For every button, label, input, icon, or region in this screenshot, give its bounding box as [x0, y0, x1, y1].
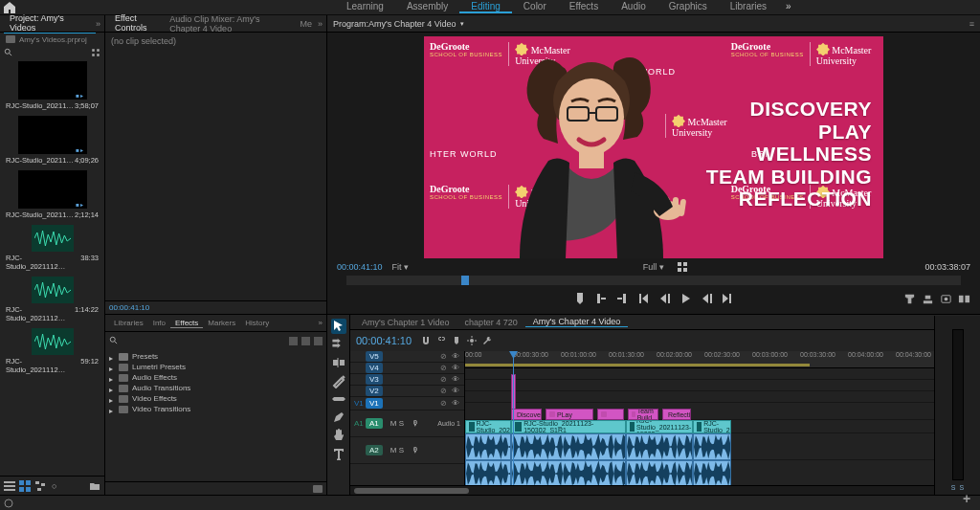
workspace-learning[interactable]: Learning — [335, 1, 395, 13]
mic-icon[interactable]: 🎙 — [412, 419, 419, 428]
icon-view-icon[interactable] — [19, 480, 31, 492]
mark-in-icon[interactable] — [594, 292, 608, 305]
zoom-slider-handle[interactable]: ○ — [52, 481, 56, 491]
play-icon[interactable] — [679, 292, 692, 305]
mark-out-icon[interactable] — [615, 292, 629, 305]
effects-folder[interactable]: ▸Audio Transitions — [109, 383, 323, 393]
audio-clip[interactable] — [693, 433, 731, 460]
fit-dropdown[interactable]: Fit ▾ — [392, 262, 410, 272]
graphics-clip[interactable]: Team Build — [628, 409, 658, 420]
audio-clip[interactable] — [626, 433, 693, 460]
zoom-dropdown[interactable]: Full ▾ — [643, 262, 664, 272]
extract-icon[interactable] — [922, 293, 934, 305]
tab-libraries[interactable]: Libraries — [109, 319, 148, 327]
program-scrubber[interactable] — [346, 276, 961, 285]
playhead-icon[interactable] — [461, 276, 469, 285]
audio-clip[interactable] — [465, 460, 511, 485]
mute-icon[interactable]: ⊘ — [440, 352, 449, 361]
pen-tool-icon[interactable] — [331, 410, 346, 425]
tab-audio-clip-mixer[interactable]: Audio Clip Mixer: Amy's Chapter 4 Video — [164, 14, 294, 33]
video-clip[interactable]: RJC-Studio_2 — [693, 420, 731, 433]
32bit-icon[interactable] — [301, 337, 310, 345]
playhead[interactable] — [513, 351, 514, 485]
video-clip[interactable]: RJC-Studio_202 — [465, 420, 511, 433]
add-marker-icon[interactable] — [573, 292, 587, 305]
bin-item[interactable]: RJC-Studio_2021112…1:14:22 — [4, 277, 100, 322]
tab-effect-controls[interactable]: Effect Controls — [109, 13, 164, 33]
wrench-icon[interactable] — [482, 336, 492, 345]
sequence-tab[interactable]: chapter 4 720 — [457, 318, 525, 327]
scrollbar-thumb[interactable] — [354, 488, 469, 494]
video-clip[interactable]: RJC-Studio_20211123-15030 — [626, 420, 693, 433]
snap-icon[interactable] — [421, 336, 431, 345]
effects-search[interactable] — [109, 334, 323, 347]
program-panel-menu[interactable]: ≡ — [969, 19, 974, 29]
track-a2[interactable] — [465, 460, 980, 485]
program-monitor-frame[interactable]: DeGrooteSchool of Business McMasterUnive… — [424, 36, 883, 258]
marker-icon[interactable] — [452, 336, 461, 345]
tab-markers[interactable]: Markers — [203, 319, 240, 327]
workspace-color[interactable]: Color — [512, 1, 558, 13]
graphics-clip[interactable]: PLay — [546, 409, 593, 420]
tab-effects-browser[interactable]: Effects — [170, 319, 203, 328]
bin-item[interactable]: ■ ▸ RJC-Studio_20211…4;09;26 — [4, 116, 100, 165]
hand-tool-icon[interactable] — [331, 428, 346, 443]
mic-icon[interactable]: 🎙 — [412, 446, 419, 455]
workspace-editing[interactable]: Editing — [459, 1, 512, 13]
track-v1[interactable]: RJC-Studio_202RJC-Studio_20211123-150302… — [465, 420, 980, 433]
tab-history[interactable]: History — [240, 319, 274, 327]
track-header-v2[interactable]: V2⊘👁 — [350, 386, 464, 397]
graphics-clip[interactable] — [597, 409, 624, 420]
timeline-ruler-area[interactable]: 00:0000:00:30:0000:01:00:0000:01:30:0000… — [465, 351, 980, 485]
effects-tree[interactable]: ▸Presets ▸Lumetri Presets ▸Audio Effects… — [109, 347, 323, 414]
tab-info[interactable]: Info — [148, 319, 170, 327]
ripple-edit-tool-icon[interactable] — [331, 355, 346, 370]
export-frame-icon[interactable] — [940, 293, 952, 305]
solo-left[interactable]: S — [951, 484, 956, 491]
workspace-effects[interactable]: Effects — [558, 1, 610, 13]
track-header-a1[interactable]: A1A1M S🎙Audio 1 — [350, 410, 464, 437]
track-v3[interactable] — [465, 391, 980, 403]
yuv-icon[interactable] — [314, 337, 323, 345]
comparison-view-icon[interactable] — [958, 293, 970, 305]
audio-clip[interactable] — [626, 460, 693, 485]
bin-item[interactable]: ■ ▸ RJC-Studio_20211…3;58;07 — [4, 61, 100, 110]
bin-item[interactable]: RJC-Studio_2021112…38:33 — [4, 225, 100, 271]
fx-overflow[interactable]: » — [319, 319, 323, 327]
step-back-icon[interactable] — [657, 292, 671, 305]
workspace-overflow[interactable]: » — [778, 1, 799, 13]
video-clip[interactable]: RJC-Studio_20211123-150302_S1R1 — [511, 420, 626, 433]
bin-item[interactable]: ■ ▸ RJC-Studio_20211…2;12;14 — [4, 170, 100, 219]
track-header-a2[interactable]: A2M S🎙 — [350, 437, 464, 464]
bin-item[interactable]: RJC-Studio_2021112…59:12 — [4, 328, 100, 374]
workspace-graphics[interactable]: Graphics — [657, 1, 719, 13]
workspace-assembly[interactable]: Assembly — [395, 1, 459, 13]
audio-clip[interactable] — [693, 460, 731, 485]
workspace-libraries[interactable]: Libraries — [719, 1, 778, 13]
eye-icon[interactable]: 👁 — [452, 352, 460, 361]
graphics-clip[interactable]: Discovery — [511, 409, 542, 420]
slip-tool-icon[interactable] — [331, 391, 346, 407]
settings-icon[interactable] — [467, 336, 477, 345]
effects-folder[interactable]: ▸Lumetri Presets — [109, 362, 323, 372]
lift-icon[interactable] — [903, 293, 916, 305]
sequence-tab[interactable]: Amy's Chapter 4 Video — [525, 317, 629, 327]
ec-overflow[interactable]: » — [318, 19, 323, 29]
new-bin-icon[interactable] — [89, 480, 100, 492]
time-ruler[interactable]: 00:0000:00:30:0000:01:00:0000:01:30:0000… — [465, 351, 980, 368]
timeline-timecode[interactable]: 00:00:41:10 — [356, 335, 412, 346]
effects-folder[interactable]: ▸Audio Effects — [109, 372, 323, 383]
audio-clip[interactable] — [511, 433, 626, 460]
track-header-v4[interactable]: V4⊘👁 — [350, 363, 464, 374]
program-tc-current[interactable]: 00:00:41:10 — [337, 262, 383, 272]
new-bin-icon[interactable] — [313, 485, 323, 493]
dropdown-icon[interactable]: ▾ — [460, 20, 464, 28]
project-bin-list[interactable]: ■ ▸ RJC-Studio_20211…3;58;07 ■ ▸ RJC-Stu… — [0, 59, 104, 476]
workspace-audio[interactable]: Audio — [610, 1, 657, 13]
project-filter-icon[interactable] — [91, 48, 100, 57]
audio-clip[interactable] — [511, 460, 626, 485]
effects-folder[interactable]: ▸Video Transitions — [109, 404, 323, 414]
graphics-clip[interactable]: Reflecti — [662, 409, 691, 420]
sequence-tab[interactable]: Amy's Chapter 1 Video — [354, 318, 457, 327]
track-v5[interactable] — [465, 368, 980, 380]
